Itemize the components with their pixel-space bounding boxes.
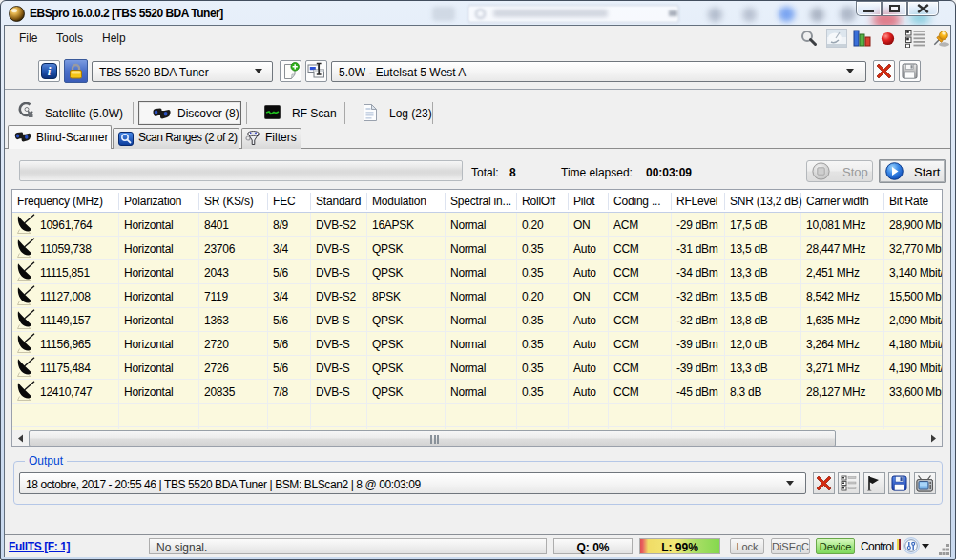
svg-text:i: i <box>48 64 52 78</box>
